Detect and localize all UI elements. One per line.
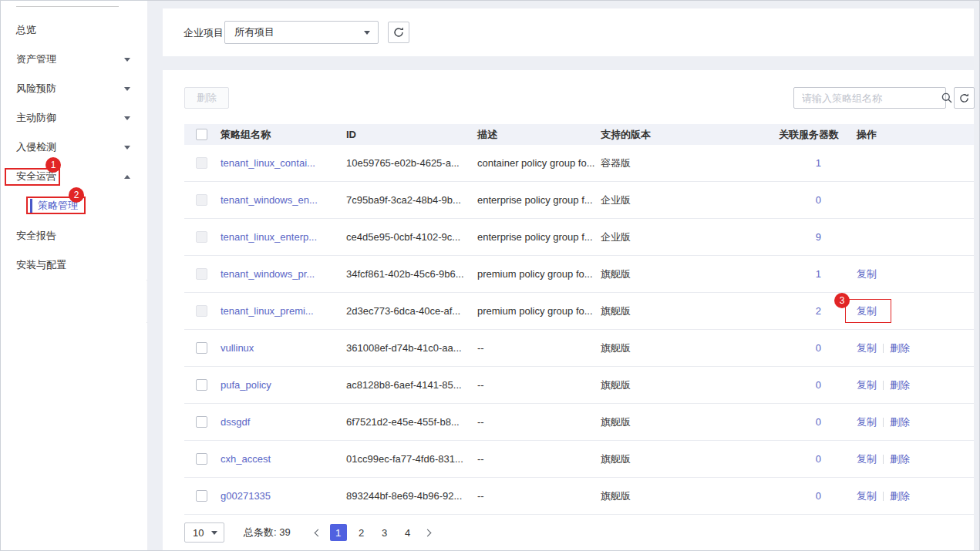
sidebar-item-active-defense[interactable]: 主动防御 — [1, 109, 147, 127]
row-checkbox[interactable] — [196, 416, 207, 428]
chevron-up-icon — [124, 175, 130, 179]
sidebar-item-installation-config[interactable]: 安装与配置 — [1, 256, 147, 274]
table-header-row: 策略组名称 ID 描述 支持的版本 关联服务器数 操作 — [184, 124, 974, 145]
selected-project-value: 所有项目 — [234, 25, 274, 39]
supported-version: 容器版 — [595, 156, 719, 170]
policy-group-search — [793, 87, 946, 109]
policy-group-panel: 删除 策略组名称 — [163, 70, 974, 550]
sidebar-divider — [16, 6, 119, 7]
sidebar-item-label: 风险预防 — [16, 82, 56, 96]
policy-group-name-link[interactable]: vullinux — [221, 342, 254, 354]
copy-link[interactable]: 复制 — [857, 415, 877, 429]
supported-version: 旗舰版 — [595, 415, 719, 429]
server-count-link[interactable]: 0 — [816, 194, 821, 206]
refresh-table-button[interactable] — [954, 87, 975, 109]
policy-group-name-link[interactable]: tenant_windows_pr... — [221, 268, 315, 280]
enterprise-project-select[interactable]: 所有项目 — [224, 21, 379, 44]
sidebar: 总览 资产管理 风险预防 主动防御 入侵检测 安全运营 策略管理 安全报告 — [1, 1, 147, 550]
server-count-link[interactable]: 0 — [816, 379, 821, 391]
row-checkbox — [196, 268, 207, 280]
copy-link[interactable]: 复制 — [857, 267, 877, 281]
policy-group-name-link[interactable]: tenant_linux_premi... — [221, 305, 314, 317]
server-count-link[interactable]: 0 — [816, 342, 821, 354]
refresh-projects-button[interactable] — [388, 22, 409, 43]
prev-page-button[interactable] — [310, 524, 327, 541]
header-id: ID — [341, 129, 472, 140]
server-count-link[interactable]: 0 — [816, 490, 821, 502]
sidebar-item-security-operations[interactable]: 安全运营 — [1, 167, 147, 186]
policy-group-description: -- — [472, 342, 595, 354]
copy-link[interactable]: 复制 — [857, 452, 877, 466]
table-row: g00271335 893244bf-8e69-4b96-92... -- 旗舰… — [184, 478, 974, 515]
row-checkbox[interactable] — [196, 453, 207, 465]
page-button-4[interactable]: 4 — [399, 524, 416, 541]
chevron-down-icon — [124, 116, 130, 120]
delete-link[interactable]: 删除 — [890, 489, 910, 503]
page-button-1[interactable]: 1 — [330, 524, 347, 541]
sidebar-item-security-report[interactable]: 安全报告 — [1, 227, 147, 245]
page-size-value: 10 — [193, 527, 204, 539]
page-size-select[interactable]: 10 — [184, 522, 224, 543]
row-checkbox — [196, 194, 207, 206]
server-count-link[interactable]: 9 — [816, 231, 821, 243]
header-operation: 操作 — [839, 128, 974, 142]
select-all-checkbox[interactable] — [196, 129, 207, 140]
search-input[interactable] — [794, 92, 941, 104]
chevron-down-icon — [124, 146, 130, 150]
next-page-button[interactable] — [419, 524, 436, 541]
policy-group-name-link[interactable]: tenant_linux_enterp... — [221, 231, 317, 243]
supported-version: 企业版 — [595, 193, 719, 207]
supported-version: 企业版 — [595, 230, 719, 244]
policy-group-name-link[interactable]: pufa_policy — [221, 379, 271, 391]
page-button-3[interactable]: 3 — [376, 524, 393, 541]
total-count-label: 总条数: — [244, 526, 277, 538]
sidebar-item-risk-prevention[interactable]: 风险预防 — [1, 79, 147, 98]
header-associated-servers: 关联服务器数 — [719, 128, 839, 142]
policy-group-id: 10e59765-e02b-4625-a... — [341, 157, 472, 169]
policy-group-id: 01cc99ec-fa77-4fd6-831... — [341, 453, 472, 465]
policy-group-name-link[interactable]: tenant_windows_en... — [221, 194, 318, 206]
copy-link[interactable]: 复制 — [857, 341, 877, 355]
operation-divider — [883, 455, 884, 464]
row-checkbox[interactable] — [196, 342, 207, 354]
search-icon[interactable] — [941, 88, 953, 108]
server-count-link[interactable]: 1 — [816, 157, 821, 169]
sidebar-item-intrusion-detection[interactable]: 入侵检测 — [1, 138, 147, 156]
supported-version: 旗舰版 — [595, 378, 719, 392]
policy-group-description: -- — [472, 416, 595, 428]
server-count-link[interactable]: 1 — [816, 268, 821, 280]
delete-link[interactable]: 删除 — [890, 341, 910, 355]
policy-group-name-link[interactable]: g00271335 — [221, 490, 271, 502]
sidebar-item-policy-management[interactable]: 策略管理 — [1, 197, 147, 215]
server-count-link[interactable]: 0 — [816, 453, 821, 465]
server-count-link[interactable]: 2 — [816, 305, 821, 317]
header-description: 描述 — [472, 128, 595, 142]
policy-group-id: 893244bf-8e69-4b96-92... — [341, 490, 472, 502]
page-button-2[interactable]: 2 — [353, 524, 370, 541]
policy-group-name-link[interactable]: cxh_accest — [221, 453, 271, 465]
operation-divider — [883, 344, 884, 353]
server-count-link[interactable]: 0 — [816, 416, 821, 428]
sidebar-item-label: 资产管理 — [16, 52, 56, 66]
policy-group-description: enterprise policy group f... — [472, 231, 595, 243]
copy-link[interactable]: 复制 — [857, 489, 877, 503]
supported-version: 旗舰版 — [595, 452, 719, 466]
copy-link[interactable]: 复制 — [857, 304, 877, 318]
sidebar-item-label: 策略管理 — [38, 199, 78, 213]
sidebar-item-overview[interactable]: 总览 — [1, 21, 147, 39]
chevron-down-icon — [364, 31, 370, 35]
delete-link[interactable]: 删除 — [890, 378, 910, 392]
delete-link[interactable]: 删除 — [890, 415, 910, 429]
row-checkbox[interactable] — [196, 379, 207, 391]
sidebar-item-asset-management[interactable]: 资产管理 — [1, 50, 147, 69]
policy-group-name-link[interactable]: dssgdf — [221, 416, 250, 428]
policy-group-id: 7c95ba9f-3ca2-48b4-9b... — [341, 194, 472, 206]
supported-version: 旗舰版 — [595, 341, 719, 355]
delete-link[interactable]: 删除 — [890, 452, 910, 466]
copy-link[interactable]: 复制 — [857, 378, 877, 392]
table-row: tenant_linux_contai... 10e59765-e02b-462… — [184, 145, 974, 182]
refresh-icon — [392, 26, 405, 39]
policy-group-name-link[interactable]: tenant_linux_contai... — [221, 157, 315, 169]
chevron-down-icon — [124, 58, 130, 62]
row-checkbox[interactable] — [196, 490, 207, 502]
